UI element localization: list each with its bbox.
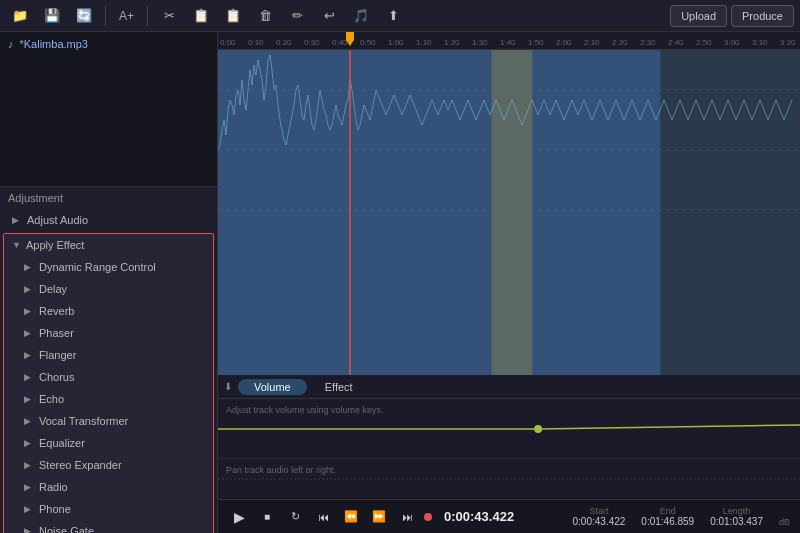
record-indicator [424, 513, 432, 521]
length-value: 0:01:03.437 [710, 516, 763, 527]
db-label: dB [779, 517, 790, 527]
svg-text:1:30: 1:30 [472, 38, 488, 47]
chevron-icon-stereo: ▶ [24, 460, 34, 470]
svg-text:1:10: 1:10 [416, 38, 432, 47]
phone-label: Phone [39, 503, 71, 515]
chorus-label: Chorus [39, 371, 74, 383]
svg-text:0:40: 0:40 [332, 38, 348, 47]
play-button[interactable]: ▶ [228, 506, 250, 528]
produce-button[interactable]: Produce [731, 5, 794, 27]
radio-label: Radio [39, 481, 68, 493]
apply-effect-header[interactable]: ▼ Apply Effect [4, 234, 213, 256]
rewind-button[interactable]: ⏪ [340, 506, 362, 528]
chevron-icon-echo: ▶ [24, 394, 34, 404]
media-area: ♪ *Kalimba.mp3 [0, 32, 217, 187]
paste-button[interactable]: 📋 [219, 4, 247, 28]
chevron-icon-noise: ▶ [24, 526, 34, 533]
start-value: 0:00:43.422 [573, 516, 626, 527]
timeline-ruler[interactable]: 0:00 0:10 0:20 0:30 0:40 0:50 1:00 1:10 … [218, 32, 800, 50]
start-label: Start [589, 506, 608, 516]
playback-time: 0:00:43.422 [444, 509, 514, 524]
music-icon: ♪ [8, 38, 14, 50]
dynamic-range-label: Dynamic Range Control [39, 261, 156, 273]
start-time: Start 0:00:43.422 [573, 506, 626, 527]
adjust-audio-item[interactable]: ▶ Adjust Audio [0, 209, 217, 231]
reverb-label: Reverb [39, 305, 74, 317]
svg-text:3:10: 3:10 [752, 38, 768, 47]
svg-text:0:30: 0:30 [304, 38, 320, 47]
svg-text:2:40: 2:40 [668, 38, 684, 47]
equalizer-item[interactable]: ▶ Equalizer [4, 432, 213, 454]
effect-tab[interactable]: Effect [309, 379, 369, 395]
reverb-item[interactable]: ▶ Reverb [4, 300, 213, 322]
pan-track-area[interactable]: Pan track audio left or right. [218, 459, 800, 499]
font-size-indicator: A+ [113, 9, 140, 23]
delete-button[interactable]: 🗑 [251, 4, 279, 28]
skip-end-button[interactable]: ⏭ [396, 506, 418, 528]
cut-button[interactable]: ✂ [155, 4, 183, 28]
undo-button[interactable]: ↩ [315, 4, 343, 28]
left-panel: ♪ *Kalimba.mp3 Adjustment ▶ Adjust Audio… [0, 32, 218, 533]
expand-icon[interactable]: ⬇ [224, 381, 232, 392]
chevron-icon-chorus: ▶ [24, 372, 34, 382]
edit-button[interactable]: ✏ [283, 4, 311, 28]
chevron-icon-eq: ▶ [24, 438, 34, 448]
loop-button[interactable]: ↻ [284, 506, 306, 528]
fast-forward-button[interactable]: ⏩ [368, 506, 390, 528]
media-item[interactable]: ♪ *Kalimba.mp3 [0, 32, 217, 56]
svg-text:2:50: 2:50 [696, 38, 712, 47]
volume-tab[interactable]: Volume [238, 379, 307, 395]
noise-gate-label: Noise Gate [39, 525, 94, 533]
vocal-transformer-item[interactable]: ▶ Vocal Transformer [4, 410, 213, 432]
svg-text:2:00: 2:00 [556, 38, 572, 47]
chevron-icon-reverb: ▶ [24, 306, 34, 316]
refresh-button[interactable]: 🔄 [70, 4, 98, 28]
phone-item[interactable]: ▶ Phone [4, 498, 213, 520]
svg-rect-24 [218, 50, 660, 375]
adjust-audio-label: Adjust Audio [27, 214, 88, 226]
radio-item[interactable]: ▶ Radio [4, 476, 213, 498]
svg-text:1:20: 1:20 [444, 38, 460, 47]
vol-effect-bar: ⬇ Volume Effect [218, 375, 800, 399]
playback-bar: ▶ ■ ↻ ⏮ ⏪ ⏩ ⏭ 0:00:43.422 Start 0:00:43.… [218, 499, 800, 533]
stereo-expander-label: Stereo Expander [39, 459, 122, 471]
svg-text:3:00: 3:00 [724, 38, 740, 47]
chevron-icon-phone: ▶ [24, 504, 34, 514]
noise-gate-item[interactable]: ▶ Noise Gate [4, 520, 213, 533]
flanger-item[interactable]: ▶ Flanger [4, 344, 213, 366]
skip-start-button[interactable]: ⏮ [312, 506, 334, 528]
waveform-area[interactable] [218, 50, 800, 375]
stereo-expander-item[interactable]: ▶ Stereo Expander [4, 454, 213, 476]
adjustment-header: Adjustment [0, 187, 217, 209]
right-panel: 0:00 0:10 0:20 0:30 0:40 0:50 1:00 1:10 … [218, 32, 800, 533]
chevron-icon-vocal: ▶ [24, 416, 34, 426]
audio-button[interactable]: 🎵 [347, 4, 375, 28]
phaser-item[interactable]: ▶ Phaser [4, 322, 213, 344]
apply-effect-items: ▶ Dynamic Range Control ▶ Delay ▶ Reverb… [4, 256, 213, 533]
length-label: Length [723, 506, 751, 516]
time-info: Start 0:00:43.422 End 0:01:46.859 Length… [573, 506, 791, 527]
copy-button[interactable]: 📋 [187, 4, 215, 28]
save-button[interactable]: 💾 [38, 4, 66, 28]
end-label: End [660, 506, 676, 516]
svg-rect-25 [492, 50, 533, 375]
svg-text:3:20: 3:20 [780, 38, 796, 47]
chevron-down-icon: ▼ [12, 240, 21, 250]
chorus-item[interactable]: ▶ Chorus [4, 366, 213, 388]
length-time: Length 0:01:03.437 [710, 506, 763, 527]
apply-effect-section: ▼ Apply Effect ▶ Dynamic Range Control ▶… [3, 233, 214, 533]
dynamic-range-item[interactable]: ▶ Dynamic Range Control [4, 256, 213, 278]
upload-button[interactable]: Upload [670, 5, 727, 27]
volume-track-area[interactable]: Adjust track volume using volume keys. [218, 399, 800, 459]
svg-text:0:50: 0:50 [360, 38, 376, 47]
stop-button[interactable]: ■ [256, 506, 278, 528]
echo-item[interactable]: ▶ Echo [4, 388, 213, 410]
db-container: dB [779, 506, 790, 527]
end-value: 0:01:46.859 [641, 516, 694, 527]
chevron-icon-radio: ▶ [24, 482, 34, 492]
chevron-icon-flanger: ▶ [24, 350, 34, 360]
open-button[interactable]: 📁 [6, 4, 34, 28]
equalizer-label: Equalizer [39, 437, 85, 449]
delay-item[interactable]: ▶ Delay [4, 278, 213, 300]
upload-icon-button[interactable]: ⬆ [379, 4, 407, 28]
